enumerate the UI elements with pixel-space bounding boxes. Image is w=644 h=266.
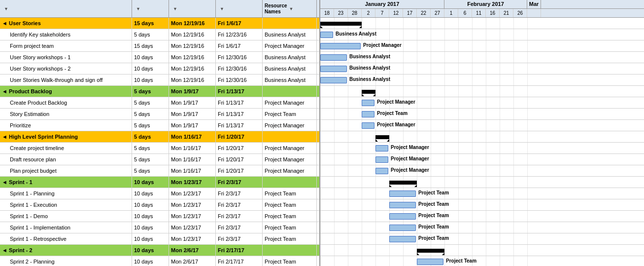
gantt-grid-line: [458, 245, 459, 256]
col-header-task-name[interactable]: ▼: [0, 0, 132, 17]
gantt-grid-line: [375, 109, 376, 119]
gantt-row: Project Manager: [320, 97, 644, 109]
gantt-grid-line: [417, 120, 417, 131]
gantt-grid-line: [444, 52, 445, 63]
gantt-grid-line: [431, 97, 431, 108]
task-name-sort-icon[interactable]: ▼: [4, 6, 8, 11]
gantt-grid-line: [320, 143, 321, 153]
gantt-grid-line: [320, 120, 321, 131]
gantt-grid-line: [431, 18, 431, 29]
start-sort-icon[interactable]: ▼: [173, 6, 177, 11]
gantt-grid-line: [513, 256, 514, 266]
table-row[interactable]: Create project timeline5 daysMon 1/16/17…: [0, 143, 319, 154]
gantt-grid-line: [403, 29, 404, 40]
cell-duration: 5 days: [132, 165, 169, 176]
table-row[interactable]: ◄ Sprint - 210 daysMon 2/6/17Fri 2/17/17: [0, 245, 319, 256]
gantt-grid-line: [431, 109, 431, 119]
cell-resource: Project Team: [263, 109, 317, 119]
finish-sort-icon[interactable]: ▼: [220, 6, 224, 11]
cell-resource: [263, 177, 317, 188]
table-row[interactable]: Sprint 1 - Implementation10 daysMon 1/23…: [0, 222, 319, 233]
gantt-task-bar: [389, 190, 416, 197]
table-row[interactable]: Sprint 2 - Planning10 daysMon 2/6/17Fri …: [0, 256, 319, 266]
table-row[interactable]: ◄ User Stories15 daysMon 12/19/16Fri 1/6…: [0, 18, 319, 29]
gantt-task-bar: [417, 259, 443, 265]
table-row[interactable]: Sprint 1 - Retrospective10 daysMon 1/23/…: [0, 233, 319, 245]
gantt-grid-line: [334, 165, 335, 176]
table-row[interactable]: Sprint 1 - Planning10 daysMon 1/23/17Fri…: [0, 188, 319, 199]
gantt-grid-line: [362, 40, 362, 51]
gantt-grid-line: [527, 245, 528, 256]
gantt-task-bar: [375, 168, 388, 174]
table-row[interactable]: ◄ Product Backlog5 daysMon 1/9/17Fri 1/1…: [0, 86, 319, 97]
table-row[interactable]: Create Product Backlog5 daysMon 1/9/17Fr…: [0, 97, 319, 109]
cell-resource: Project Manager: [263, 40, 317, 51]
gantt-grid-line: [513, 188, 514, 199]
cell-duration: 5 days: [132, 154, 169, 165]
cell-finish: Fri 2/17/17: [216, 256, 263, 266]
cell-resource: Business Analyst: [263, 29, 317, 40]
cell-start: Mon 12/19/16: [169, 40, 216, 51]
gantt-group-bar: [320, 22, 362, 26]
table-row[interactable]: Form project team15 daysMon 12/19/16Fri …: [0, 40, 319, 52]
cell-duration: 5 days: [132, 97, 169, 108]
cell-duration: 5 days: [132, 131, 169, 142]
cell-finish: Fri 2/3/17: [216, 233, 263, 244]
gantt-grid-line: [527, 18, 528, 29]
col-header-duration[interactable]: ▼: [132, 0, 169, 17]
gantt-bar-label: Project Manager: [391, 167, 429, 173]
table-row[interactable]: Prioritize5 daysMon 1/9/17Fri 1/13/17Pro…: [0, 120, 319, 131]
gantt-row: [320, 131, 644, 143]
gantt-group-left-arrow: [362, 94, 364, 96]
table-row[interactable]: User Story workshops - 210 daysMon 12/19…: [0, 63, 319, 75]
gantt-grid-line: [472, 199, 473, 210]
gantt-row: [320, 177, 644, 188]
table-row[interactable]: User Story workshops - 110 daysMon 12/19…: [0, 52, 319, 63]
cell-start: Mon 1/16/17: [169, 165, 216, 176]
gantt-grid-line: [500, 222, 500, 233]
cell-task-name: Story Estimation: [0, 109, 132, 119]
table-row[interactable]: Plan project budget5 daysMon 1/16/17Fri …: [0, 165, 319, 177]
table-row[interactable]: Sprint 1 - Demo10 daysMon 1/23/17Fri 2/3…: [0, 211, 319, 222]
table-row[interactable]: Sprint 1 - Execution10 daysMon 1/23/17Fr…: [0, 199, 319, 211]
gantt-grid-line: [375, 188, 376, 199]
table-row[interactable]: Identify Key stakeholders5 daysMon 12/19…: [0, 29, 319, 40]
gantt-grid-line: [403, 40, 404, 51]
gantt-grid-line: [486, 131, 486, 142]
cell-duration: 10 days: [132, 52, 169, 63]
col-header-finish[interactable]: ▼: [216, 0, 263, 17]
gantt-grid-line: [431, 40, 431, 51]
gantt-grid-line: [527, 188, 528, 199]
gantt-grid-line: [458, 52, 459, 63]
gantt-group-right-arrow: [373, 94, 375, 96]
gantt-row: Project Manager: [320, 120, 644, 131]
resource-sort-icon[interactable]: ▼: [289, 6, 294, 11]
gantt-grid-line: [527, 154, 528, 165]
gantt-row: Project Team: [320, 211, 644, 222]
cell-task-name: Draft resource plan: [0, 154, 132, 165]
cell-resource: Project Manager: [263, 165, 317, 176]
table-row[interactable]: User Stories Walk-through and sign off10…: [0, 75, 319, 86]
table-row[interactable]: ◄ High Level Sprint Planning5 daysMon 1/…: [0, 131, 319, 143]
duration-sort-icon[interactable]: ▼: [136, 6, 140, 11]
gantt-grid-line: [348, 63, 348, 74]
col-header-start[interactable]: ▼: [169, 0, 216, 17]
table-row[interactable]: ◄ Sprint - 110 daysMon 1/23/17Fri 2/3/17: [0, 177, 319, 188]
gantt-grid-line: [375, 256, 376, 266]
gantt-grid-line: [513, 18, 514, 29]
cell-start: Mon 12/19/16: [169, 63, 216, 74]
table-row[interactable]: Story Estimation5 daysMon 1/9/17Fri 1/13…: [0, 109, 319, 120]
cell-task-name: Sprint 1 - Planning: [0, 188, 132, 199]
cell-start: Mon 12/19/16: [169, 18, 216, 29]
gantt-grid-line: [334, 154, 335, 165]
gantt-panel[interactable]: January 2017February 2017Mar182328271217…: [320, 0, 644, 266]
cell-task-name: Prioritize: [0, 120, 132, 131]
gantt-grid-line: [513, 154, 514, 165]
gantt-grid-line: [500, 97, 500, 108]
gantt-grid-line: [362, 233, 362, 244]
gantt-group-right-arrow: [359, 26, 362, 28]
gantt-day-label: 16: [486, 9, 500, 17]
cell-duration: 5 days: [132, 86, 169, 97]
gantt-grid-line: [417, 63, 417, 74]
table-row[interactable]: Draft resource plan5 daysMon 1/16/17Fri …: [0, 154, 319, 165]
